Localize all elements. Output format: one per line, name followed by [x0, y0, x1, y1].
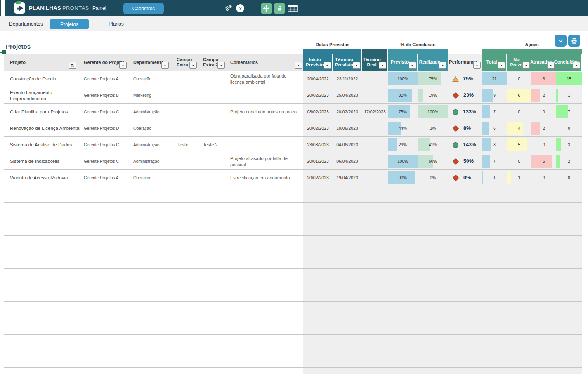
tab-projetos[interactable]: Projetos	[50, 19, 89, 29]
col-header-comentarios[interactable]: Comentários ▼	[226, 54, 303, 71]
data-bar-value: 3	[568, 142, 570, 148]
filter-dropdown-icon[interactable]: ▼	[119, 62, 127, 69]
app-window: PLANILHASPRONTAS Painel Cadastros ⚙⚙ ?	[0, 0, 588, 374]
data-bar-value: 8	[493, 142, 496, 148]
data-bar-value: 6	[543, 76, 545, 82]
data-bar-value: 4	[518, 126, 520, 131]
data-bar-value: 0	[518, 159, 520, 164]
cell-previsto: 81%	[388, 87, 418, 103]
col-header-atrasadas[interactable]: Atrasadas ▼	[531, 54, 556, 71]
filter-dropdown-icon[interactable]: ▼	[353, 62, 360, 69]
cell-termino-real	[362, 120, 388, 136]
cell-no-prazo: 0	[507, 104, 531, 120]
col-header-total[interactable]: Total ▼	[482, 54, 507, 71]
performance-value: 143%	[463, 141, 476, 148]
filter-dropdown-icon[interactable]: ▼	[324, 62, 331, 69]
col-header-departamento[interactable]: Departamento ▼	[128, 54, 170, 71]
data-bar-value: 5	[543, 159, 545, 164]
cell-performance: 50%	[448, 153, 482, 169]
data-bar-value: 19%	[429, 93, 437, 98]
sort-icon[interactable]: ⇅	[69, 62, 76, 69]
performance-value: 8%	[463, 125, 471, 132]
data-bar-value: 0	[543, 109, 545, 115]
lock-button[interactable]	[274, 3, 285, 14]
empty-left-section	[4, 269, 303, 285]
cell-projeto: Criar Planilha para Projetos	[4, 104, 80, 120]
cell-previsto: 75%	[388, 104, 418, 120]
col-header-termino-real[interactable]: Término Real ▼	[362, 54, 388, 71]
table-row-empty	[4, 318, 582, 335]
cell-termino-real	[362, 137, 388, 153]
filter-dropdown-icon[interactable]: ▼	[473, 62, 481, 69]
empty-left-section	[4, 368, 303, 374]
filter-dropdown-icon[interactable]: ▼	[439, 62, 446, 69]
col-header-campo-extra-1[interactable]: Campo Extra 1 ▼	[170, 54, 198, 71]
excel-selection-handle[interactable]	[2, 50, 6, 54]
table-row-empty	[4, 203, 582, 219]
grid-table-icon[interactable]	[288, 4, 298, 12]
projects-table: Datas Previstas % de Conclusão Ações Pro…	[4, 41, 582, 374]
filter-dropdown-icon[interactable]: ▼	[379, 62, 386, 69]
nav-cadastros-button[interactable]: Cadastros	[123, 3, 164, 14]
filter-dropdown-icon[interactable]: ▼	[409, 62, 416, 69]
col-header-projeto[interactable]: Projeto ⇅	[4, 54, 80, 71]
table-row: Viaduto de Acesso RodoviaGerente Projeto…	[4, 170, 582, 186]
cell-projeto: Construção de Escola	[4, 71, 80, 87]
diamond-red-icon	[452, 125, 459, 132]
tab-planos[interactable]: Planos	[109, 16, 124, 31]
nav-painel[interactable]: Painel	[92, 0, 106, 16]
col-header-campo-extra-2[interactable]: Campo Extra 2 ▼	[198, 54, 226, 71]
cell-inicio-previsto: 20/02/2023	[303, 120, 333, 136]
col-header-inicio-previsto[interactable]: Início Previsto ▼	[303, 54, 333, 71]
empty-right-section	[303, 203, 582, 219]
empty-right-section	[303, 302, 582, 318]
col-header-concluidas[interactable]: Concluídas ▼	[556, 54, 582, 71]
empty-right-section	[303, 368, 582, 374]
data-bar-value: 100%	[397, 76, 408, 82]
help-icon[interactable]: ?	[236, 4, 244, 12]
filter-dropdown-icon[interactable]: ▼	[161, 62, 169, 69]
column-header-row: Projeto ⇅ Gerente do Projeto ▼ Departame…	[4, 54, 582, 71]
empty-right-section	[303, 285, 582, 301]
cell-no-prazo: 0	[507, 153, 531, 169]
brand-light: PRONTAS	[62, 5, 89, 11]
cell-departamento: Administração	[128, 153, 170, 169]
col-header-termino-previsto[interactable]: Término Previsto ▼	[333, 54, 362, 71]
cell-comentarios	[226, 120, 303, 136]
diamond-red-icon	[452, 92, 459, 99]
filter-dropdown-icon[interactable]: ▼	[189, 62, 197, 69]
data-bar-value: 100%	[397, 159, 408, 164]
col-header-realizado[interactable]: Realizado ▼	[418, 54, 448, 71]
cell-total: 7	[482, 104, 507, 120]
cell-performance: 0%	[448, 170, 482, 186]
data-bar	[388, 138, 397, 151]
move-button[interactable]	[261, 3, 272, 14]
settings-gears-icon[interactable]: ⚙⚙	[223, 3, 234, 13]
cell-gerente: Gerente Projetos B	[80, 87, 128, 103]
col-header-no-prazo[interactable]: No Prazo ▼	[507, 54, 531, 71]
cell-atrasadas: 2	[531, 87, 556, 103]
empty-left-section	[4, 252, 303, 268]
filter-dropdown-icon[interactable]: ▼	[295, 62, 302, 69]
tab-departamentos[interactable]: Departamentos	[9, 16, 43, 31]
col-header-gerente[interactable]: Gerente do Projeto ▼	[80, 54, 128, 71]
data-bar-value: 5	[518, 142, 520, 148]
cell-previsto: 44%	[388, 120, 418, 136]
filter-dropdown-icon[interactable]: ▼	[217, 62, 225, 69]
filter-dropdown-icon[interactable]: ▼	[573, 62, 580, 69]
data-bar-value: 9	[493, 93, 496, 98]
table-row-empty	[4, 236, 582, 252]
cell-no-prazo: 4	[507, 120, 531, 136]
col-header-previsto[interactable]: Previsto ▼	[388, 54, 418, 71]
circle-green-icon	[452, 109, 459, 115]
filter-dropdown-icon[interactable]: ▼	[522, 62, 530, 69]
filter-dropdown-icon[interactable]: ▼	[498, 62, 505, 69]
col-header-performance[interactable]: Performance ▼	[448, 54, 482, 71]
group-header-pct-conclusao: % de Conclusão	[388, 41, 448, 49]
topbar: PLANILHASPRONTAS Painel Cadastros ⚙⚙ ?	[0, 0, 588, 16]
performance-value: 133%	[463, 108, 476, 115]
cell-campo-extra-1	[170, 153, 198, 169]
table-row-empty	[4, 302, 582, 318]
cell-gerente: Gerente Projetos C	[80, 153, 128, 169]
filter-dropdown-icon[interactable]: ▼	[547, 62, 555, 69]
